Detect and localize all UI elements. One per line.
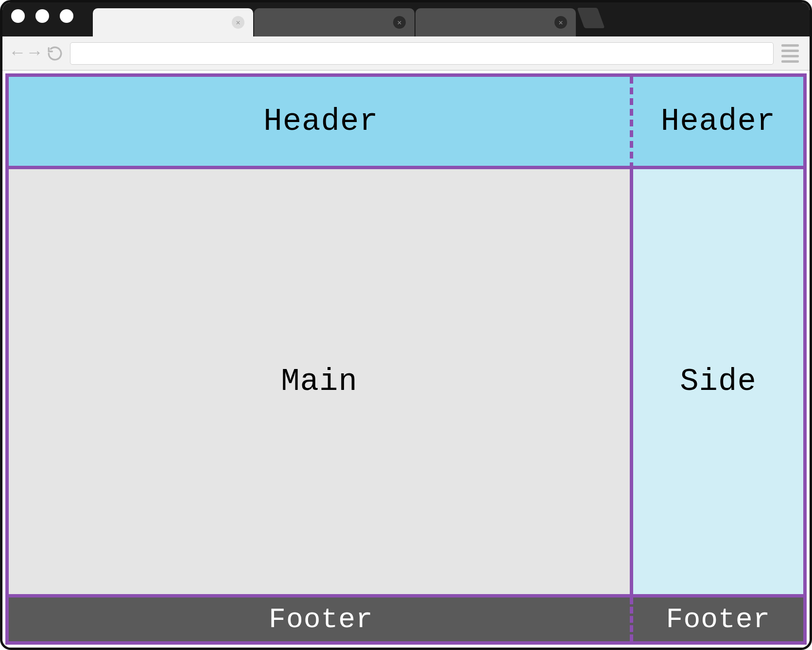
close-icon[interactable] (554, 16, 567, 29)
region-header: Header (9, 77, 633, 169)
dashed-grid-line-icon (630, 597, 633, 641)
viewport: Header Header Main Side Footer Footer (2, 70, 810, 648)
new-tab-button[interactable] (577, 8, 605, 28)
browser-window: ← → Header Header Main Side Footer Foote… (0, 0, 812, 650)
browser-tab[interactable] (93, 8, 253, 36)
browser-tab[interactable] (415, 8, 576, 36)
toolbar: ← → (2, 36, 810, 70)
region-footer: Footer (633, 597, 803, 641)
window-maximize-icon[interactable] (60, 9, 73, 23)
window-close-icon[interactable] (11, 9, 25, 23)
url-input[interactable] (70, 42, 774, 65)
menu-icon[interactable] (780, 42, 800, 65)
window-controls (11, 9, 73, 23)
forward-icon[interactable]: → (30, 45, 40, 62)
close-icon[interactable] (393, 16, 406, 29)
region-header: Header (633, 77, 803, 169)
browser-tab[interactable] (254, 8, 415, 36)
layout-grid: Header Header Main Side Footer Footer (5, 73, 807, 645)
dashed-grid-line-icon (630, 77, 633, 169)
region-main: Main (9, 169, 633, 597)
reload-icon[interactable] (47, 45, 63, 62)
close-icon[interactable] (232, 16, 244, 29)
back-icon[interactable]: ← (12, 45, 23, 62)
tab-strip (93, 2, 601, 36)
titlebar (2, 2, 810, 36)
region-footer: Footer (9, 597, 633, 641)
window-minimize-icon[interactable] (35, 9, 49, 23)
region-side: Side (633, 169, 803, 597)
